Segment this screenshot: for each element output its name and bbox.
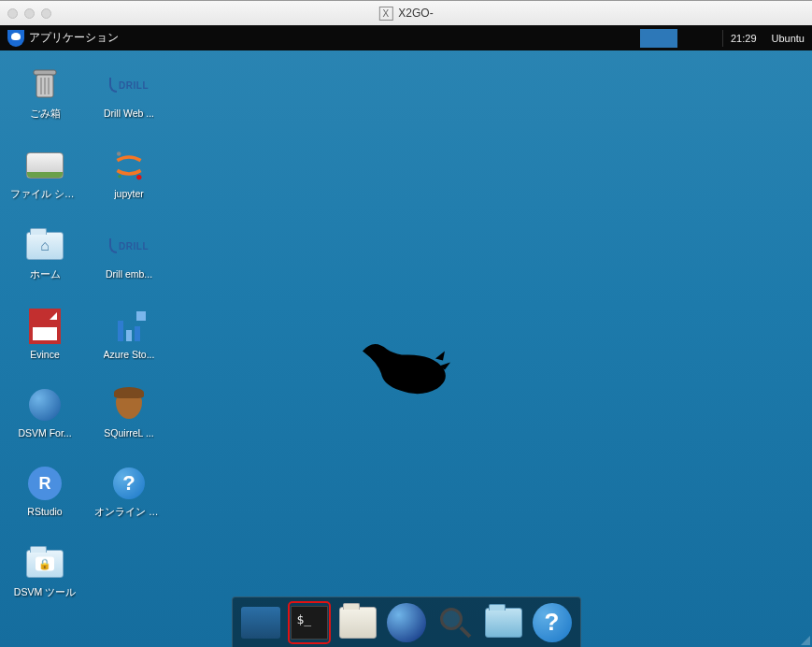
file-manager-icon <box>339 607 377 639</box>
svg-point-5 <box>117 151 121 156</box>
desktop-icon-online-help[interactable]: ? オンライン ヘルプ <box>97 465 161 519</box>
desktop-icon-label: Azure Sto... <box>104 349 155 360</box>
close-window-button[interactable] <box>7 8 18 19</box>
svg-rect-0 <box>34 70 56 75</box>
desktop-icon-dsvm-tool[interactable]: 🔒 DSVM ツール <box>13 545 77 599</box>
help-icon: ? <box>533 603 572 642</box>
desktop-icon-label: jupyter <box>114 188 144 199</box>
desktop-icon-trash[interactable]: ごみ箱 <box>13 66 77 121</box>
locked-folder-icon: 🔒 <box>25 545 64 582</box>
window-controls[interactable] <box>7 8 51 19</box>
azure-storage-icon <box>109 308 149 345</box>
xfce-mouse-wallpaper-icon <box>355 337 458 406</box>
applications-menu-button[interactable]: アプリケーション <box>0 25 126 50</box>
remote-desktop[interactable]: アプリケーション 21:29 Ubuntu ごみ箱 <box>0 25 812 647</box>
top-panel: アプリケーション 21:29 Ubuntu <box>0 25 812 50</box>
x11-icon: X <box>378 7 392 21</box>
window-title: X2GO- <box>398 7 433 20</box>
hard-drive-icon <box>25 147 64 184</box>
panel-right-group: 21:29 Ubuntu <box>640 25 812 50</box>
host-titlebar[interactable]: X X2GO- <box>0 1 812 25</box>
trash-icon <box>25 66 64 104</box>
desktop-icon-drill-embedded[interactable]: DRILL Drill emb... <box>97 227 161 281</box>
terminal-icon <box>291 606 328 640</box>
desktop-icon-home[interactable]: ⌂ ホーム <box>13 227 77 281</box>
web-browser-icon <box>387 603 426 642</box>
jupyter-icon <box>109 147 149 184</box>
drill-icon: DRILL <box>109 66 149 104</box>
desktop-icon-label: ホーム <box>30 268 61 281</box>
dock-terminal-button[interactable] <box>289 602 330 643</box>
applications-menu-label: アプリケーション <box>29 30 119 46</box>
bottom-dock: ? <box>232 597 581 647</box>
acorn-icon <box>109 386 149 424</box>
desktop-icon-label: ファイル システム <box>10 188 79 201</box>
panel-active-window-indicator[interactable] <box>640 29 677 48</box>
desktop-icon-rstudio[interactable]: R RStudio <box>13 465 77 519</box>
desktop-icon-area: ごみ箱 DRILL Drill Web ... ファイル システム <box>13 66 161 599</box>
desktop-icon-drill-web[interactable]: DRILL Drill Web ... <box>97 66 161 121</box>
desktop-icon-label: Drill Web ... <box>104 108 154 119</box>
titlebar-title-group: X X2GO- <box>378 7 433 21</box>
dock-app-finder-button[interactable] <box>434 602 476 643</box>
rstudio-icon: R <box>25 465 64 502</box>
panel-clock[interactable]: 21:29 <box>723 33 764 44</box>
dock-home-folder-button[interactable] <box>483 602 524 643</box>
panel-user-menu[interactable]: Ubuntu <box>764 33 812 44</box>
desktop-icon-label: Evince <box>30 349 60 360</box>
svg-point-7 <box>118 175 121 179</box>
globe-icon <box>25 386 64 424</box>
desktop-icon-azure-storage[interactable]: Azure Sto... <box>97 308 161 360</box>
desktop-icon-label: SQuirreL ... <box>104 427 153 439</box>
xfce-logo-icon <box>7 30 24 47</box>
svg-point-6 <box>136 175 141 180</box>
desktop-icon-filesystem[interactable]: ファイル システム <box>13 147 77 201</box>
minimize-window-button[interactable] <box>24 8 35 19</box>
dock-show-desktop-button[interactable] <box>240 602 281 643</box>
desktop-icon-label: DSVM For... <box>18 427 71 439</box>
desktop-icon-evince[interactable]: Evince <box>13 308 77 360</box>
desktop-icon-label: ごみ箱 <box>30 108 61 121</box>
help-icon: ? <box>109 465 149 502</box>
drill-icon: DRILL <box>109 227 149 265</box>
desktop-icon-label: オンライン ヘルプ <box>94 506 164 519</box>
host-window: X X2GO- アプリケーション 21:29 Ubuntu <box>0 0 812 647</box>
show-desktop-icon <box>241 607 280 639</box>
desktop-icon-label: DSVM ツール <box>14 586 76 599</box>
folder-icon <box>485 608 522 638</box>
desktop-icon-squirrel[interactable]: SQuirreL ... <box>97 386 161 439</box>
evince-icon <box>25 308 64 345</box>
zoom-window-button[interactable] <box>41 8 51 19</box>
dock-help-button[interactable]: ? <box>532 602 573 643</box>
magnifier-icon <box>436 604 474 641</box>
desktop-icon-label: RStudio <box>27 506 62 517</box>
desktop-icon-dsvm-for[interactable]: DSVM For... <box>13 386 77 439</box>
resize-grip-icon[interactable] <box>801 636 810 645</box>
dock-web-browser-button[interactable] <box>386 602 427 643</box>
desktop-icon-label: Drill emb... <box>106 268 152 280</box>
home-folder-icon: ⌂ <box>25 227 64 265</box>
dock-file-manager-button[interactable] <box>337 602 378 643</box>
desktop-icon-jupyter[interactable]: jupyter <box>97 147 161 201</box>
